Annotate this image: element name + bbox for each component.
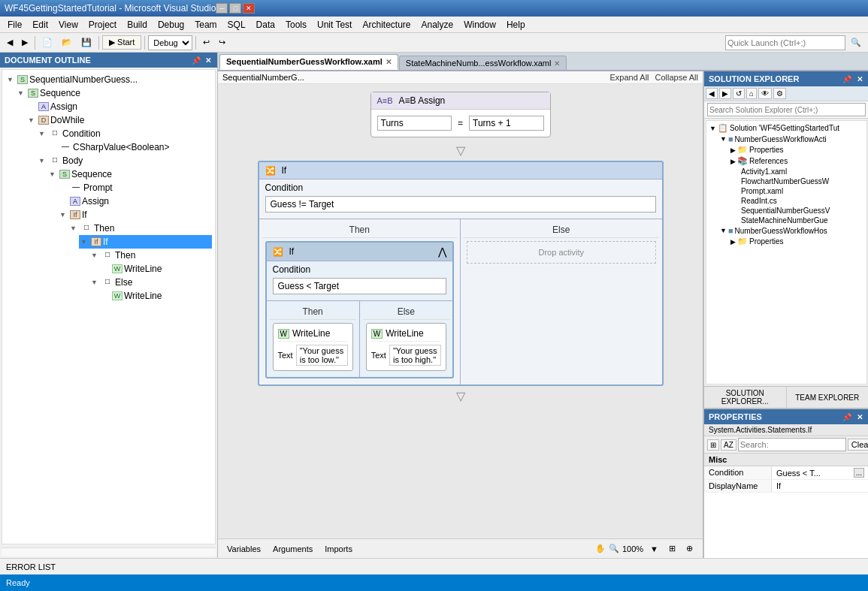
props-condition-more-button[interactable]: ... [854,468,864,478]
zoom-dropdown-button[interactable]: ▼ [646,542,662,556]
se-back-button[interactable]: ◀ [706,88,718,99]
se-show-all-button[interactable]: 👁 [758,88,772,99]
se-flowchart-node[interactable]: FlowchartNumberGuessW [729,176,865,186]
menu-analyze[interactable]: Analyze [416,18,458,32]
tree-node-wl1[interactable]: W WriteLine [100,262,212,276]
se-props1-node[interactable]: ▶ 📁 Properties [729,144,865,155]
outer-if-condition-field[interactable]: Guess != Target [265,196,656,213]
tab-sequential-close[interactable]: ✕ [386,58,392,66]
assign-left-field[interactable]: Turns [377,116,452,131]
props-categories-button[interactable]: ⊞ [707,439,719,451]
quick-launch-search-button[interactable]: 🔍 [847,35,865,50]
se-refresh-button[interactable]: ↺ [733,88,745,99]
props-close-button[interactable]: ✕ [855,413,864,421]
se-prompt-node[interactable]: Prompt.xaml [729,186,865,196]
se-props-button[interactable]: ⚙ [773,88,786,99]
assign-right-field[interactable]: Turns + 1 [469,116,544,131]
doc-outline-pin-button[interactable]: 📌 [190,56,202,65]
tab-statemachine-close[interactable]: ✕ [554,59,560,68]
open-button[interactable]: 📂 [58,35,76,50]
back-button[interactable]: ◀ [3,35,17,50]
tree-node-prompt[interactable]: — Prompt [58,181,212,194]
tree-node-if2[interactable]: ▼ If If [79,235,212,249]
se-solution-explorer-tab[interactable]: SOLUTION EXPLORER... [704,387,787,408]
tree-node-assign1[interactable]: A Assign [26,100,212,113]
minimize-button[interactable]: ─ [216,3,228,14]
props-condition-value[interactable]: Guess < T... ... [772,466,868,479]
se-activity1-node[interactable]: Activity1.xaml [729,167,865,176]
doc-outline-close-button[interactable]: ✕ [204,56,213,65]
tree-node-wl2[interactable]: W WriteLine [100,289,212,303]
forward-button[interactable]: ▶ [18,35,32,50]
error-list-label[interactable]: ERROR LIST [6,562,56,571]
menu-window[interactable]: Window [459,18,501,32]
props-alpha-button[interactable]: AZ [721,439,736,451]
menu-data[interactable]: Data [252,18,280,32]
se-home-button[interactable]: ⌂ [746,88,757,99]
se-props2-node[interactable]: ▶ 📁 Properties [729,236,865,247]
config-dropdown[interactable]: Debug [148,35,192,50]
menu-sql[interactable]: SQL [223,18,250,32]
tree-node-body[interactable]: ▼ □ Body [37,154,212,167]
se-project1-node[interactable]: ▼ ■ NumberGuessWorkflowActi [718,134,865,144]
tree-node-then2[interactable]: ▼ □ Then [89,249,212,262]
se-forward-button[interactable]: ▶ [719,88,731,99]
drop-activity-area[interactable]: Drop activity [467,241,656,264]
props-pin-button[interactable]: 📌 [841,413,853,421]
se-search-input[interactable] [707,103,866,116]
se-project2-node[interactable]: ▼ ■ NumberGuessWorkflowHos [718,225,865,236]
workflow-canvas[interactable]: A≡B A≡B Assign Turns = Turns + 1 ▽ [218,84,703,538]
se-close-button[interactable]: ✕ [855,75,864,83]
tree-node-root[interactable]: ▼ S SequentialNumberGuess... [5,73,212,86]
arguments-tab[interactable]: Arguments [270,544,316,554]
variables-tab[interactable]: Variables [224,544,264,554]
writeline-value-2[interactable]: "Your guess is too high." [389,345,441,366]
menu-unittest[interactable]: Unit Test [313,18,356,32]
imports-tab[interactable]: Imports [322,544,355,554]
redo-button[interactable]: ↪ [215,35,229,50]
undo-button[interactable]: ↩ [199,35,213,50]
zoom-in-button[interactable]: ⊕ [682,541,697,556]
tree-node-assign2[interactable]: A Assign [58,194,212,208]
close-button[interactable]: ✕ [243,3,255,14]
tree-node-seq3[interactable]: ▼ S Sequence [47,167,212,181]
tree-node-condition[interactable]: ▼ □ Condition [37,127,212,140]
inner-if-collapse-button[interactable]: ⋀ [438,246,446,258]
tree-node-sequence[interactable]: ▼ S Sequence [16,86,212,100]
tree-node-csharp[interactable]: — CSharpValue<Boolean> [47,140,212,154]
tab-sequential[interactable]: SequentialNumberGuessWorkflow.xaml ✕ [219,54,398,70]
menu-debug[interactable]: Debug [153,18,189,32]
props-displayname-value[interactable]: If [772,480,868,492]
menu-architecture[interactable]: Architecture [358,18,415,32]
tree-node-if1[interactable]: ▼ If If [58,208,212,222]
se-sequential-node[interactable]: SequentialNumberGuessV [729,206,865,216]
menu-team[interactable]: Team [190,18,221,32]
menu-help[interactable]: Help [502,18,530,32]
save-button[interactable]: 💾 [77,35,95,50]
maximize-button[interactable]: □ [229,3,241,14]
tree-node-then1[interactable]: ▼ □ Then [68,222,212,235]
props-search-input[interactable] [738,438,846,451]
inner-if-condition-field[interactable]: Guess < Target [273,278,447,294]
hand-icon[interactable]: ✋ [595,544,606,553]
menu-tools[interactable]: Tools [281,18,311,32]
se-readint-node[interactable]: ReadInt.cs [729,196,865,206]
menu-file[interactable]: File [3,18,26,32]
props-clear-button[interactable]: Clear [848,439,868,451]
expand-all-button[interactable]: Expand All [610,73,649,82]
se-solution-node[interactable]: ▼ 📋 Solution 'WF45GettingStartedTut [708,122,865,134]
menu-edit[interactable]: Edit [28,18,53,32]
start-button[interactable]: ▶ Start [102,35,141,50]
quick-launch-input[interactable] [725,35,845,50]
collapse-all-button[interactable]: Collapse All [655,73,698,82]
tree-node-dowhile[interactable]: ▼ D DoWhile [26,113,212,127]
menu-project[interactable]: Project [84,18,121,32]
se-statemachine-node[interactable]: StateMachineNumberGue [729,216,865,225]
doc-outline-scrollbar[interactable] [2,547,216,556]
fit-page-button[interactable]: ⊞ [665,541,679,556]
menu-view[interactable]: View [54,18,83,32]
new-file-button[interactable]: 📄 [38,35,56,50]
menu-build[interactable]: Build [122,18,152,32]
tab-statemachine[interactable]: StateMachineNumb...essWorkflow.xaml ✕ [399,56,567,70]
se-pin-button[interactable]: 📌 [841,75,853,83]
